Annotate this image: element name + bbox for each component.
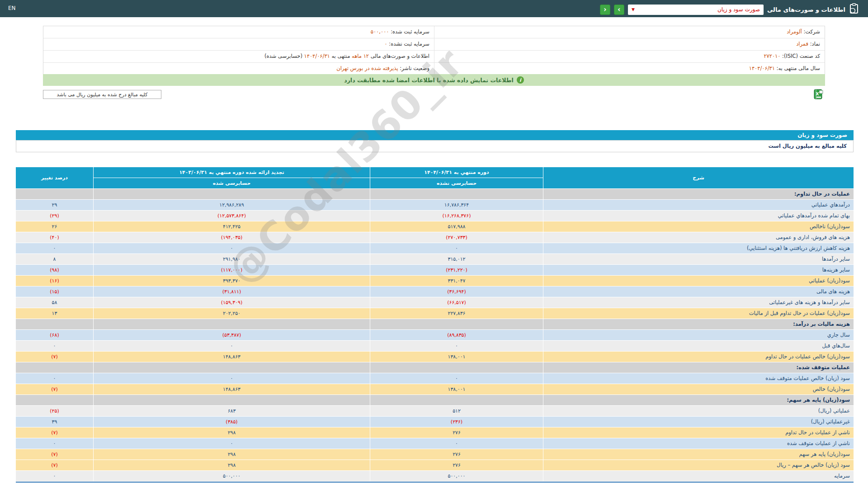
registered-capital-cell: سرمایه ثبت شده: ۵۰۰,۰۰۰ bbox=[43, 26, 434, 38]
company-info-table: شرکت: آلومراد سرمایه ثبت شده: ۵۰۰,۰۰۰ نم… bbox=[43, 26, 825, 76]
row-value-prior bbox=[94, 395, 370, 405]
company-name-cell: شرکت: آلومراد bbox=[434, 26, 825, 38]
row-value-current: ۲۲۷,۸۳۶ bbox=[370, 308, 543, 319]
row-value-prior: ۳۹۳,۳۷۰ bbox=[94, 276, 370, 286]
row-label: سال‌هاي قبل bbox=[543, 341, 854, 351]
statement-date: ۱۴۰۴/۰۶/۳۱ bbox=[304, 53, 330, 59]
income-statement-table: شرح دوره منتهي به ۱۴۰۴/۰۶/۳۱ تجدید ارائه… bbox=[16, 167, 854, 483]
row-value-prior: (۱۵۹,۳۰۹) bbox=[94, 297, 370, 308]
capital-label: سرمایه ثبت شده: bbox=[391, 28, 429, 35]
row-value-prior: ۴۱۲,۴۲۵ bbox=[94, 221, 370, 232]
row-value-current: ۰ bbox=[370, 438, 543, 449]
row-label: سود (زیان) خالص عملیات متوقف شده bbox=[543, 373, 854, 384]
table-row: سود(زیان) عملياتي ۳۳۱,۰۴۷ ۳۹۳,۳۷۰ (۱۶) bbox=[16, 276, 854, 286]
prev-statement-button[interactable]: ‹ bbox=[600, 5, 610, 15]
capital-value: ۰ bbox=[384, 41, 387, 47]
row-value-prior: (۱۹۴,۰۳۵) bbox=[94, 232, 370, 243]
fiscal-year-cell: سال مالی منتهی به: ۱۴۰۴/۰۶/۳۱ bbox=[434, 63, 825, 75]
row-value-current: ۰ bbox=[370, 341, 543, 351]
statement-unit-bar: کلیه مبالغ به میلیون ریال است bbox=[16, 140, 854, 152]
row-value-current bbox=[370, 395, 543, 405]
table-row: سود(زیان) خالص ۱۳۸,۰۰۱ ۱۴۸,۸۶۳ (۷) bbox=[16, 384, 854, 394]
table-row: سال جاري (۸۹,۸۳۵) (۵۳,۳۸۷) (۶۸) bbox=[16, 330, 854, 340]
table-header: شرح دوره منتهي به ۱۴۰۴/۰۶/۳۱ تجدید ارائه… bbox=[16, 167, 854, 188]
table-row: سایر درآمدها و هزینه های غیرعملیاتی (۶۶,… bbox=[16, 297, 854, 308]
row-label: سایر درآمدها bbox=[543, 254, 854, 264]
row-value-prior: ۵۰۰,۰۰۰ bbox=[94, 471, 370, 481]
row-percent-change: ۰ bbox=[16, 373, 93, 384]
row-value-prior: ۰ bbox=[94, 373, 370, 384]
table-row: سایر هزینه‌ها (۲۳۱,۲۲۰) (۱۱۷,۰۰۰) (۹۸) bbox=[16, 265, 854, 275]
company-value: آلومراد bbox=[787, 28, 802, 35]
row-label: سود(زیان) پایه هر سهم bbox=[543, 449, 854, 460]
top-navbar: اطلاعات و صورت‌های مالی صورت سود و زیان … bbox=[0, 0, 868, 17]
table-row: عملیاتي (ریال) ۵۱۲ ۶۸۳ (۲۵) bbox=[16, 406, 854, 416]
statement-period: ۱۲ ماهه bbox=[352, 53, 369, 59]
info-row: نماد: فمراد سرمایه ثبت نشده: ۰ bbox=[43, 38, 825, 51]
table-row: غیرعملیاتي (ریال) (۲۳۶) (۳۸۵) ۳۹ bbox=[16, 417, 854, 427]
navbar-controls: اطلاعات و صورت‌های مالی صورت سود و زیان … bbox=[600, 3, 859, 16]
table-row: سود (زیان) خالص عملیات متوقف شده ۰ ۰ ۰ bbox=[16, 373, 854, 384]
row-percent-change bbox=[16, 189, 93, 199]
row-label: سود(زیان) عملیات در حال تداوم قبل از مال… bbox=[543, 308, 854, 319]
header-prior-audit-status: حسابرسی شده bbox=[94, 178, 370, 188]
table-row: درآمدهاي عملياتي ۱۶,۷۸۶,۳۶۴ ۱۲,۹۸۶,۲۸۹ ۲… bbox=[16, 200, 854, 210]
row-value-prior: ۲۹۱,۹۸۰ bbox=[94, 254, 370, 264]
signature-match-notice: i اطلاعات نمایش داده شده با اطلاعات امضا… bbox=[43, 74, 825, 86]
row-percent-change: ۲۹ bbox=[16, 200, 93, 210]
row-value-prior bbox=[94, 189, 370, 199]
row-percent-change: (۱۶) bbox=[16, 276, 93, 286]
row-percent-change: ۰ bbox=[16, 471, 93, 481]
row-label: عملیات در حال تداوم: bbox=[543, 189, 854, 199]
table-row: ناشي از عملیات متوقف شده ۰ ۰ ۰ bbox=[16, 438, 854, 449]
row-label: بهای تمام شده درآمدهاي عملياتي bbox=[543, 211, 854, 221]
header-percent-change: درصد تغییر bbox=[16, 167, 93, 188]
row-label: هزینه مالیات بر درآمد: bbox=[543, 319, 854, 329]
row-percent-change: (۴۰) bbox=[16, 232, 93, 243]
statement-type-dropdown[interactable]: صورت سود و زیان ▼ bbox=[628, 5, 764, 15]
excel-export-button[interactable]: X bbox=[813, 89, 825, 100]
row-percent-change: (۷) bbox=[16, 384, 93, 394]
navbar-title: اطلاعات و صورت‌های مالی bbox=[767, 6, 845, 13]
row-value-prior: (۱۱۷,۰۰۰) bbox=[94, 265, 370, 275]
capital-label: سرمایه ثبت نشده: bbox=[389, 41, 429, 47]
statement-type-value: صورت سود و زیان bbox=[717, 6, 760, 13]
table-row: سرمایه ۵۰۰,۰۰۰ ۵۰۰,۰۰۰ ۰ bbox=[16, 471, 854, 481]
table-row: سایر درآمدها ۳۱۵,۰۱۲ ۲۹۱,۹۸۰ ۸ bbox=[16, 254, 854, 264]
publisher-label: وضعیت ناشر: bbox=[400, 65, 429, 71]
row-value-prior: ۰ bbox=[94, 341, 370, 351]
ticker-cell: نماد: فمراد bbox=[434, 38, 825, 50]
row-value-prior bbox=[94, 319, 370, 329]
language-switch-en[interactable]: EN bbox=[8, 5, 16, 11]
header-description: شرح bbox=[543, 167, 854, 188]
row-value-current: ۲۷۶ bbox=[370, 449, 543, 460]
capital-value: ۵۰۰,۰۰۰ bbox=[371, 28, 389, 35]
row-label: ناشي از عملیات در حال تداوم bbox=[543, 427, 854, 438]
publisher-value: پذیرفته شده در بورس تهران bbox=[336, 65, 398, 71]
row-value-prior: (۳۸۵) bbox=[94, 417, 370, 427]
row-value-current: ۵۱۷,۹۸۸ bbox=[370, 221, 543, 232]
next-statement-button[interactable]: › bbox=[614, 5, 624, 15]
chevron-down-icon: ▼ bbox=[632, 7, 635, 12]
row-value-prior: ۲۰۲,۲۵۰ bbox=[94, 308, 370, 319]
statement-audited: (حسابرسی شده) bbox=[264, 53, 302, 59]
row-label: ناشي از عملیات متوقف شده bbox=[543, 438, 854, 449]
row-value-current: ۰ bbox=[370, 373, 543, 384]
row-value-prior: ۰ bbox=[94, 438, 370, 449]
row-value-current: (۶۶,۵۱۷) bbox=[370, 297, 543, 308]
row-percent-change: (۷) bbox=[16, 460, 93, 470]
row-value-prior: ۲۹۸ bbox=[94, 449, 370, 460]
info-icon: i bbox=[517, 76, 524, 84]
header-prior-period: تجدید ارائه شده دوره منتهي به ۱۴۰۳/۰۶/۳۱ bbox=[94, 167, 370, 178]
row-percent-change: (۷) bbox=[16, 352, 93, 362]
row-value-current: ۱۶,۷۸۶,۳۶۴ bbox=[370, 200, 543, 210]
row-value-current: (۳۶,۶۹۴) bbox=[370, 286, 543, 297]
statement-prefix: اطلاعات و صورت‌های مالی bbox=[371, 53, 429, 59]
clipboard-icon bbox=[849, 3, 859, 16]
svg-text:X: X bbox=[816, 92, 819, 96]
table-row: سود(زیان) پایه هر سهم ۲۷۶ ۲۹۸ (۷) bbox=[16, 449, 854, 460]
row-label: سود (زیان) خالص هر سهم – ریال bbox=[543, 460, 854, 470]
row-percent-change: ۰ bbox=[16, 438, 93, 449]
isic-label: کد صنعت (ISIC): bbox=[782, 53, 820, 59]
row-percent-change: ۵۸ bbox=[16, 297, 93, 308]
